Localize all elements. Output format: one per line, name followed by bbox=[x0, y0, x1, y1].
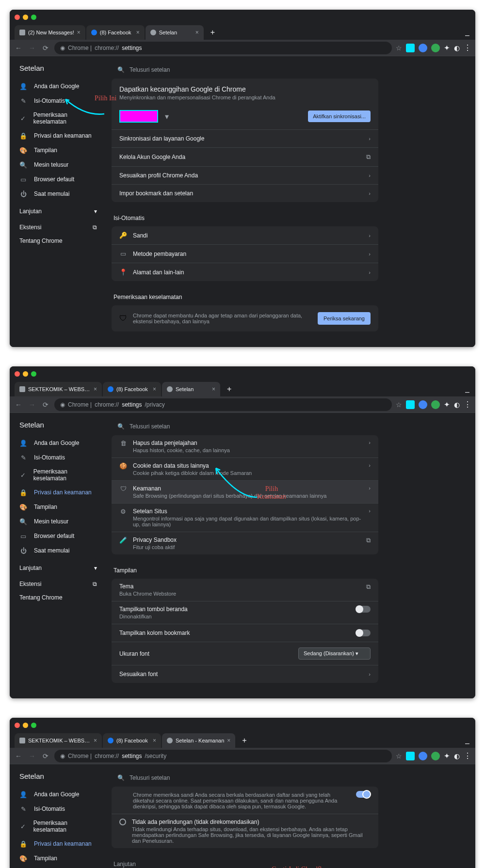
tab-settings[interactable]: Setelan× bbox=[162, 382, 220, 396]
close-icon[interactable]: × bbox=[195, 29, 199, 36]
bookmark-star-icon[interactable]: ☆ bbox=[396, 401, 402, 409]
sidebar-item-startup[interactable]: ⏻Saat memulai bbox=[10, 187, 107, 201]
toggle-switch[interactable] bbox=[356, 630, 371, 636]
puzzle-icon[interactable]: ✦ bbox=[444, 752, 450, 760]
sidebar-item-search[interactable]: 🔍Mesin telusur bbox=[10, 514, 107, 529]
row-sync-services[interactable]: Sinkronisasi dan layanan Google› bbox=[112, 129, 378, 147]
maximize-window-dot[interactable] bbox=[31, 15, 36, 20]
bookmark-star-icon[interactable]: ☆ bbox=[396, 752, 402, 760]
minimize-window-dot[interactable] bbox=[23, 15, 28, 20]
sidebar-item-safety[interactable]: ✓Pemeriksaan keselamatan bbox=[10, 816, 107, 836]
maximize-window-dot[interactable] bbox=[31, 371, 36, 377]
minimize-icon[interactable]: – bbox=[459, 739, 475, 748]
forward-button[interactable]: → bbox=[27, 43, 37, 53]
window-scrollbar[interactable] bbox=[388, 56, 393, 347]
close-icon[interactable]: × bbox=[212, 386, 215, 393]
extension-icon[interactable] bbox=[431, 400, 440, 409]
sidebar-item-extensions[interactable]: Ekstensi⧉ bbox=[10, 218, 107, 234]
toggle-switch[interactable] bbox=[356, 791, 371, 798]
sidebar-item-about[interactable]: Tentang Chrome bbox=[10, 591, 107, 604]
row-site-settings[interactable]: ⚙Setelan SitusMengontrol informasi apa s… bbox=[112, 503, 378, 532]
puzzle-icon[interactable]: ✦ bbox=[444, 44, 450, 52]
sidebar-item-advanced[interactable]: Lanjutan▾ bbox=[10, 201, 107, 218]
tab-settings[interactable]: Setelan - Keamanan× bbox=[162, 733, 235, 748]
sidebar-item-about[interactable]: Tentang Chrome bbox=[10, 234, 107, 248]
extension-icon[interactable] bbox=[419, 44, 427, 52]
row-bookmark-bar[interactable]: Tampilkan kolom bookmark bbox=[112, 624, 378, 642]
close-window-dot[interactable] bbox=[15, 723, 20, 728]
row-security[interactable]: 🛡KeamananSafe Browsing (perlindungan dar… bbox=[112, 480, 378, 503]
row-passwords[interactable]: 🔑Sandi› bbox=[112, 226, 378, 244]
reload-button[interactable]: ⟳ bbox=[41, 400, 50, 410]
extension-icon[interactable] bbox=[419, 400, 427, 409]
new-tab-button[interactable]: + bbox=[205, 25, 221, 40]
puzzle-icon[interactable]: ✦ bbox=[444, 400, 450, 409]
address-bar[interactable]: ◉ Chrome | chrome://settings bbox=[54, 42, 392, 54]
close-icon[interactable]: × bbox=[77, 29, 81, 36]
maximize-window-dot[interactable] bbox=[31, 723, 36, 728]
back-button[interactable]: ← bbox=[14, 751, 23, 761]
menu-icon[interactable]: ⋮ bbox=[464, 43, 471, 52]
close-window-dot[interactable] bbox=[15, 371, 20, 377]
sidebar-item-search[interactable]: 🔍Mesin telusur bbox=[10, 866, 107, 868]
extension-icon[interactable] bbox=[419, 752, 427, 760]
row-payments[interactable]: ▭Metode pembayaran› bbox=[112, 244, 378, 263]
sidebar-item-advanced[interactable]: Lanjutan▾ bbox=[10, 558, 107, 575]
row-customize-font[interactable]: Sesuaikan font› bbox=[112, 665, 378, 683]
settings-search[interactable]: 🔍Telusuri setelan bbox=[112, 418, 378, 435]
sidebar-item-you-and-google[interactable]: 👤Anda dan Google bbox=[10, 436, 107, 450]
sidebar-item-safety[interactable]: ✓Pemeriksaan keselamatan bbox=[10, 108, 107, 128]
extension-icon[interactable] bbox=[406, 400, 415, 409]
sidebar-item-privacy[interactable]: 🔒Privasi dan keamanan bbox=[10, 485, 107, 500]
tab-settings[interactable]: Setelan× bbox=[146, 25, 204, 40]
tab-sektekomik[interactable]: SEKTEKOMIK – WEBSITE KOM× bbox=[15, 733, 102, 748]
reload-button[interactable]: ⟳ bbox=[41, 751, 50, 761]
new-tab-button[interactable]: + bbox=[221, 382, 237, 396]
sidebar-item-privacy[interactable]: 🔒Privasi dan keamanan bbox=[10, 128, 107, 143]
row-clear-data[interactable]: 🗑Hapus data penjelajahanHapus histori, c… bbox=[112, 435, 378, 458]
enable-sync-button[interactable]: Aktifkan sinkronisasi... bbox=[308, 110, 371, 122]
check-now-button[interactable]: Periksa sekarang bbox=[318, 312, 371, 325]
tab-facebook[interactable]: (8) Facebook× bbox=[103, 382, 161, 396]
sidebar-item-search[interactable]: 🔍Mesin telusur bbox=[10, 158, 107, 172]
radio-button[interactable] bbox=[119, 819, 126, 825]
font-size-select[interactable]: Sedang (Disarankan) ▾ bbox=[298, 647, 371, 660]
sidebar-item-you-and-google[interactable]: 👤Anda dan Google bbox=[10, 79, 107, 94]
close-window-dot[interactable] bbox=[15, 15, 20, 20]
sidebar-item-startup[interactable]: ⏻Saat memulai bbox=[10, 543, 107, 558]
profile-icon[interactable]: ◐ bbox=[454, 44, 460, 52]
row-theme[interactable]: TemaBuka Chrome Webstore⧉ bbox=[112, 579, 378, 601]
sidebar-item-safety[interactable]: ✓Pemeriksaan keselamatan bbox=[10, 465, 107, 485]
sidebar-item-default[interactable]: ▭Browser default bbox=[10, 172, 107, 187]
minimize-icon[interactable]: – bbox=[459, 31, 475, 40]
tab-sektekomik[interactable]: SEKTEKOMIK – WEBSITE KOM× bbox=[15, 382, 102, 396]
row-no-protection[interactable]: Tidak ada perlindungan (tidak direkomend… bbox=[112, 814, 378, 848]
tab-messages[interactable]: (2) New Messages!× bbox=[15, 25, 85, 40]
close-icon[interactable]: × bbox=[94, 737, 97, 744]
row-cookies[interactable]: 🍪Cookie dan data situs lainnyaCookie pih… bbox=[112, 458, 378, 480]
reload-button[interactable]: ⟳ bbox=[41, 43, 50, 53]
row-font-size[interactable]: Ukuran fontSedang (Disarankan) ▾ bbox=[112, 642, 378, 665]
minimize-window-dot[interactable] bbox=[23, 723, 28, 728]
row-manage-account[interactable]: Kelola Akun Google Anda⧉ bbox=[112, 147, 378, 166]
close-icon[interactable]: × bbox=[94, 386, 97, 393]
sidebar-item-default[interactable]: ▭Browser default bbox=[10, 529, 107, 543]
sidebar-item-autofill[interactable]: ✎Isi-Otomatis bbox=[10, 450, 107, 465]
sidebar-item-privacy[interactable]: 🔒Privasi dan keamanan bbox=[10, 836, 107, 851]
chevron-down-icon[interactable]: ▾ bbox=[165, 112, 169, 121]
sidebar-item-appearance[interactable]: 🎨Tampilan bbox=[10, 851, 107, 866]
extension-icon[interactable] bbox=[431, 44, 440, 52]
window-scrollbar[interactable] bbox=[388, 413, 393, 698]
sidebar-item-autofill[interactable]: ✎Isi-Otomatis bbox=[10, 94, 107, 108]
profile-icon[interactable]: ◐ bbox=[454, 752, 460, 760]
sidebar-item-you-and-google[interactable]: 👤Anda dan Google bbox=[10, 787, 107, 802]
back-button[interactable]: ← bbox=[14, 43, 23, 53]
row-addresses[interactable]: 📍Alamat dan lain-lain› bbox=[112, 263, 378, 281]
forward-button[interactable]: → bbox=[27, 751, 37, 761]
menu-icon[interactable]: ⋮ bbox=[464, 400, 471, 409]
window-scrollbar[interactable] bbox=[388, 764, 393, 868]
forward-button[interactable]: → bbox=[27, 400, 37, 410]
bookmark-star-icon[interactable]: ☆ bbox=[396, 44, 402, 52]
tab-facebook[interactable]: (8) Facebook× bbox=[86, 25, 145, 40]
address-bar[interactable]: ◉ Chrome | chrome://settings/privacy bbox=[54, 398, 392, 411]
